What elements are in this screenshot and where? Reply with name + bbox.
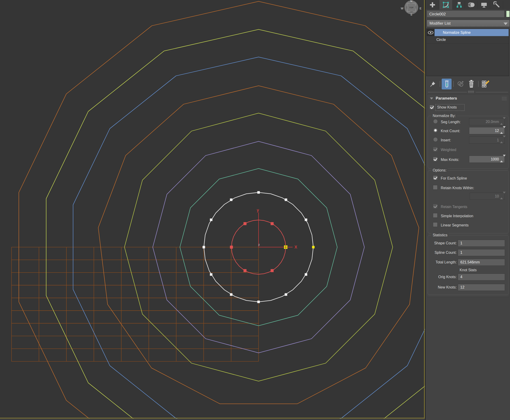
active-viewport-border [424,0,425,419]
modifier-visibility-toggle[interactable] [427,29,434,36]
motion-icon [468,1,475,8]
weighted-label: Weighted [441,148,456,152]
spline-selected-white-knot [285,293,287,296]
stack-item-normalize-spline[interactable]: Normalize Spline [434,29,509,36]
stack-toolbar [426,78,510,91]
modifier-list-label: Modifier List [429,21,451,25]
tab-hierarchy[interactable] [453,0,466,10]
make-unique-button[interactable] [456,80,465,88]
options-group: Options: For Each Spline Retain Knots Wi… [428,170,509,233]
spline-red-knot [271,222,274,225]
spline-red-knot [271,269,274,272]
insert-radio[interactable] [433,137,438,142]
simple-interpolation-checkbox[interactable] [433,213,438,218]
svg-text:S: S [410,13,412,16]
pin-icon [429,80,436,88]
object-name-field[interactable]: Circle002 [427,10,504,17]
wrench-icon [494,1,500,8]
configure-sets-icon [481,80,489,88]
total-length-value: 621.546mm [458,259,505,266]
svg-text:z: z [258,242,260,247]
linear-segments-checkbox[interactable] [433,222,438,227]
spinner-icon[interactable] [500,194,504,199]
remove-modifier-button[interactable] [467,79,476,89]
knot-count-field[interactable]: 12 [469,127,505,134]
viewport-background [0,0,425,420]
seg-length-radio[interactable] [433,119,438,124]
stack-splitter[interactable] [428,92,467,92]
show-knots-checkbox[interactable] [429,105,434,109]
tab-modify[interactable] [439,0,452,10]
chevron-down-icon [503,22,508,25]
test-tube-icon [443,80,450,88]
simple-interpolation-label: Simple Interpolation [441,214,473,218]
options-title: Options: [431,168,448,173]
knot-stats-label: Knot Stats [451,268,485,272]
tab-display[interactable] [478,0,490,10]
shape-count-value: 1 [458,240,505,247]
weighted-checkbox[interactable] [433,147,438,151]
svg-text:y: y [257,208,259,212]
show-end-result-button[interactable] [442,79,452,90]
retain-knots-within-label: Retain Knots Within: [441,186,474,190]
for-each-spline-checkbox[interactable] [433,175,438,180]
spline-selected-white-selected-knot [312,246,315,248]
spline-red-knot [230,246,233,249]
tab-utilities[interactable] [490,0,503,10]
spinner-icon[interactable] [500,128,504,133]
orig-knots-value: 4 [458,274,505,280]
spline-selected-white-knot [230,198,233,201]
linear-segments-label: Linear Segments [441,223,469,228]
splitter-grip[interactable] [468,90,474,93]
retain-tangents-checkbox[interactable] [433,204,438,209]
plus-icon [429,1,436,8]
rollout-drag-grip[interactable] [502,97,507,101]
seg-length-label: Seg Length: [441,120,461,124]
retain-knots-within-checkbox[interactable] [433,185,438,190]
max-knots-field[interactable]: 1000 [469,156,505,163]
retain-knots-within-field[interactable]: 10 [470,193,505,200]
viewport-top[interactable]: XyzTOPNSWE [0,0,425,420]
make-unique-icon [457,80,464,88]
modify-icon [442,1,449,8]
modifier-list-dropdown[interactable]: Modifier List [427,20,510,27]
seg-length-field[interactable]: 20.0mm [469,118,505,125]
insert-field[interactable]: 1 [469,136,505,144]
command-panel-tabs [426,0,510,10]
svg-text:N: N [410,0,412,3]
spline-selected-white-knot [210,219,212,221]
command-panel: Circle002 Modifier List Normalize Spline… [425,0,510,420]
tab-create[interactable] [426,0,439,10]
spline-red-knot [244,269,247,272]
tab-motion[interactable] [465,0,478,10]
stack-item-circle[interactable]: Circle [427,36,509,44]
show-knots-label: Show Knots [437,105,457,110]
eye-icon [427,30,434,35]
spline-selected-white-knot [257,191,260,194]
object-color-swatch[interactable] [506,11,510,17]
parameters-rollout: Parameters Show Knots Normalize By: Seg … [427,94,509,297]
statistics-group: Statistics Shape Count: 1 Spline Count: … [428,235,509,295]
knot-count-label: Knot Count: [441,129,460,133]
spinner-icon[interactable] [500,157,504,162]
pin-stack-button[interactable] [428,80,437,88]
max-knots-label: Max Knots: [441,158,459,162]
configure-modifier-sets-button[interactable] [480,79,490,89]
spline-selected-white-knot [203,246,205,248]
spline-count-value: 1 [458,249,505,256]
spline-selected-white-knot [210,273,212,276]
spline-count-label: Spline Count: [428,249,457,256]
spline-red-knot [244,222,247,225]
modifier-stack[interactable]: Normalize Spline Circle [426,29,509,76]
max-knots-checkbox[interactable] [433,157,438,161]
spinner-icon[interactable] [500,137,504,143]
spline-selected-white-knot [285,198,287,201]
knot-count-radio[interactable] [433,128,438,133]
orig-knots-label: Orig Knots: [428,274,457,280]
spinner-icon[interactable] [500,119,504,124]
display-icon [480,1,487,8]
rollout-title: Parameters [436,95,457,102]
parameters-rollout-header[interactable]: Parameters [427,95,509,102]
3dsmax-window: XyzTOPNSWE [0,0,510,420]
for-each-spline-label: For Each Spline [441,176,467,181]
